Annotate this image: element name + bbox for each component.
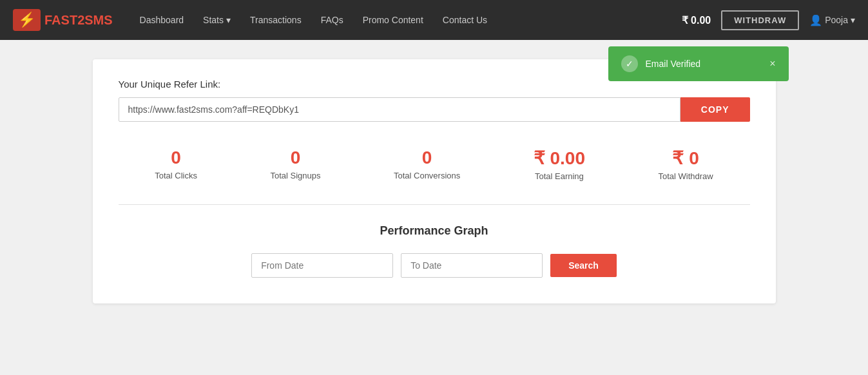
withdraw-button[interactable]: WITHDRAW (721, 10, 799, 30)
email-verified-notification: ✓ Email Verified × (608, 46, 789, 81)
balance-display: ₹ 0.00 (682, 14, 711, 26)
nav-transactions[interactable]: Transactions (242, 10, 309, 30)
stat-total-clicks: 0 Total Clicks (155, 148, 197, 181)
from-date-input[interactable] (251, 253, 393, 278)
nav-promo-content[interactable]: Promo Content (355, 10, 431, 30)
stats-row: 0 Total Clicks 0 Total Signups 0 Total C… (119, 148, 750, 181)
stat-earning-value: ₹ 0.00 (534, 148, 585, 169)
to-date-input[interactable] (401, 253, 543, 278)
nav-dashboard[interactable]: Dashboard (132, 10, 192, 30)
search-button[interactable]: Search (550, 254, 617, 277)
stat-withdraw-label: Total Withdraw (658, 171, 713, 181)
nav-stats[interactable]: Stats ▾ (195, 10, 238, 30)
user-icon: 👤 (809, 14, 822, 26)
nav-links: Dashboard Stats ▾ Transactions FAQs Prom… (132, 10, 682, 30)
brand-name: FAST2SMS (44, 13, 113, 28)
nav-contact-us[interactable]: Contact Us (435, 10, 495, 30)
nav-faqs[interactable]: FAQs (313, 10, 351, 30)
performance-filters: Search (119, 253, 750, 278)
stat-signups-label: Total Signups (270, 171, 320, 180)
main-content: ✓ Email Verified × Your Unique Refer Lin… (80, 40, 789, 323)
brand-logo[interactable]: FAST2SMS (13, 9, 113, 31)
section-divider (119, 204, 750, 205)
stat-earning-label: Total Earning (534, 171, 585, 181)
copy-button[interactable]: COPY (680, 97, 750, 122)
stat-clicks-label: Total Clicks (155, 171, 197, 180)
user-name: Pooja (825, 15, 848, 25)
check-icon: ✓ (621, 55, 638, 72)
refer-link-input[interactable] (119, 97, 680, 122)
nav-right: ₹ 0.00 WITHDRAW 👤 Pooja ▾ (682, 10, 855, 30)
main-card: Your Unique Refer Link: COPY 0 Total Cli… (93, 59, 776, 303)
performance-section: Performance Graph Search (119, 224, 750, 278)
brand-icon (13, 9, 41, 31)
chevron-down-icon: ▾ (851, 15, 855, 25)
navbar: FAST2SMS Dashboard Stats ▾ Transactions … (0, 0, 868, 40)
notification-close-button[interactable]: × (769, 58, 775, 70)
stat-total-signups: 0 Total Signups (270, 148, 320, 181)
stat-signups-value: 0 (270, 148, 320, 168)
chevron-down-icon: ▾ (226, 15, 231, 25)
notification-message: Email Verified (646, 59, 701, 69)
stat-total-withdraw: ₹ 0 Total Withdraw (658, 148, 713, 181)
refer-row: COPY (119, 97, 750, 122)
stat-conversions-label: Total Conversions (394, 171, 460, 180)
stat-total-earning: ₹ 0.00 Total Earning (534, 148, 585, 181)
refer-link-section: Your Unique Refer Link: COPY (119, 79, 750, 122)
stat-withdraw-value: ₹ 0 (658, 148, 713, 169)
stat-total-conversions: 0 Total Conversions (394, 148, 460, 181)
performance-title: Performance Graph (119, 224, 750, 238)
user-menu[interactable]: 👤 Pooja ▾ (809, 14, 855, 26)
stat-conversions-value: 0 (394, 148, 460, 168)
stat-clicks-value: 0 (155, 148, 197, 168)
